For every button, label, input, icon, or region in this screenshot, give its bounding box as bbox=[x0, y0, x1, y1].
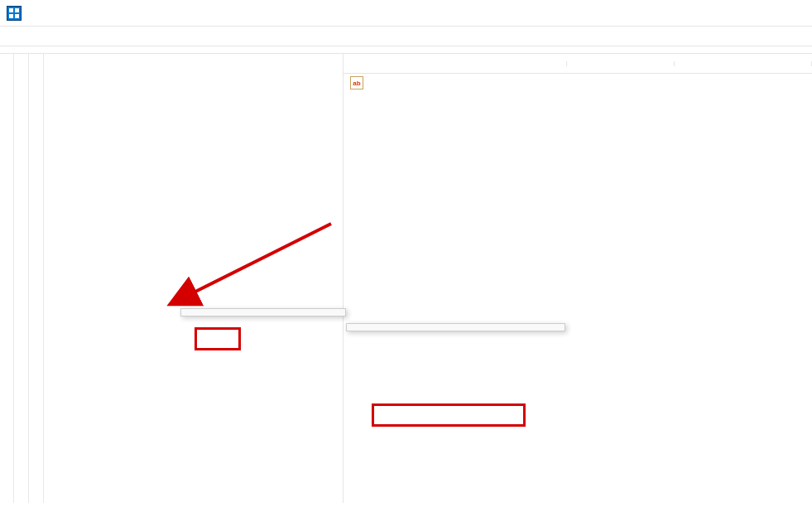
titlebar bbox=[0, 0, 812, 27]
menubar bbox=[0, 27, 812, 46]
svg-rect-1 bbox=[15, 8, 19, 12]
menu-view[interactable] bbox=[36, 35, 53, 38]
col-type[interactable] bbox=[567, 61, 675, 66]
value-type bbox=[567, 81, 675, 85]
value-row[interactable]: ab bbox=[344, 74, 812, 92]
context-submenu-new[interactable] bbox=[346, 323, 565, 331]
list-header bbox=[344, 54, 812, 74]
menu-file[interactable] bbox=[3, 35, 20, 38]
values-pane[interactable]: ab bbox=[344, 54, 812, 503]
menu-help[interactable] bbox=[70, 35, 86, 38]
svg-rect-3 bbox=[15, 14, 19, 18]
context-menu[interactable] bbox=[180, 308, 346, 316]
value-data bbox=[675, 81, 812, 85]
svg-rect-0 bbox=[9, 8, 13, 12]
menu-favorites[interactable] bbox=[53, 35, 70, 38]
tree-pane[interactable] bbox=[0, 54, 344, 503]
col-name[interactable] bbox=[344, 61, 567, 66]
col-data[interactable] bbox=[675, 61, 812, 66]
svg-rect-2 bbox=[9, 14, 13, 18]
string-value-icon: ab bbox=[350, 76, 363, 89]
address-bar[interactable] bbox=[0, 46, 812, 54]
menu-edit[interactable] bbox=[20, 35, 36, 38]
app-icon bbox=[7, 6, 22, 21]
